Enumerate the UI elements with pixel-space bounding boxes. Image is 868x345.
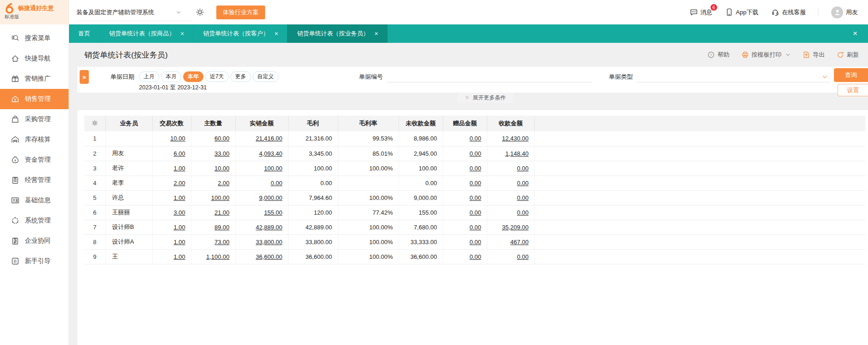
value-link[interactable]: 33,800.00 xyxy=(256,239,283,246)
value-link[interactable]: 2.00 xyxy=(218,180,229,187)
doc-no-input[interactable] xyxy=(387,71,592,82)
value-cell: 0.00 xyxy=(443,175,487,190)
value-link[interactable]: 0.00 xyxy=(469,150,481,157)
date-range-value[interactable]: 2023-01-01 至 2023-12-31 xyxy=(139,84,278,92)
value-link[interactable]: 0.00 xyxy=(517,194,528,201)
date-option-3[interactable]: 近7天 xyxy=(205,71,229,82)
sidebar-item-search-menu[interactable]: 搜索菜单 xyxy=(0,28,69,48)
refresh-button[interactable]: 刷新 xyxy=(837,51,859,59)
sidebar-item-collaboration[interactable]: 企业协同 xyxy=(0,231,69,251)
query-button[interactable]: 查询 xyxy=(834,68,868,82)
value-link[interactable]: 1.00 xyxy=(174,224,185,231)
value-link[interactable]: 1.00 xyxy=(174,239,185,246)
date-filter-group: 单据日期 上月本月本年近7天更多自定义 2023-01-01 至 2023-12… xyxy=(110,71,359,92)
topbar: 装备及固定资产辅助管理系统 体验行业方案 消息 6 App下载 xyxy=(69,0,868,24)
value-link[interactable]: 4,093.40 xyxy=(259,150,283,157)
value-link[interactable]: 73.00 xyxy=(214,239,230,246)
value-link[interactable]: 1.00 xyxy=(174,165,185,172)
tab-1[interactable]: 销货单统计表（按商品）× xyxy=(99,24,193,43)
date-option-4[interactable]: 更多 xyxy=(231,71,251,82)
value-link[interactable]: 0.00 xyxy=(469,239,481,246)
date-option-2[interactable]: 本年 xyxy=(183,71,203,82)
value-link[interactable]: 42,889.00 xyxy=(256,224,283,231)
value-link[interactable]: 1,148.40 xyxy=(505,150,529,157)
value-link[interactable]: 60.00 xyxy=(214,135,230,142)
sidebar-item-inventory[interactable]: 库存核算 xyxy=(0,129,69,150)
value-link[interactable]: 2.00 xyxy=(174,180,185,187)
value-link[interactable]: 3.00 xyxy=(174,209,185,216)
value-link[interactable]: 0.00 xyxy=(469,209,481,216)
tab-2[interactable]: 销货单统计表（按客户）× xyxy=(193,24,287,43)
messages-badge: 6 xyxy=(710,4,718,11)
tab-3[interactable]: 销货单统计表（按业务员）× xyxy=(287,24,387,43)
value-link[interactable]: 89.00 xyxy=(214,224,230,231)
value-link[interactable]: 0.00 xyxy=(271,180,282,187)
value-link[interactable]: 1.00 xyxy=(174,253,185,260)
value-link[interactable]: 0.00 xyxy=(469,180,481,187)
home-icon xyxy=(11,54,19,63)
export-button[interactable]: 导出 xyxy=(803,51,825,59)
value-link[interactable]: 1.00 xyxy=(174,194,185,201)
sidebar-item-quick-nav[interactable]: 快捷导航 xyxy=(0,48,69,69)
sidebar-item-funds[interactable]: ¥资金管理 xyxy=(0,150,69,170)
value-link[interactable]: 6.00 xyxy=(174,150,185,157)
print-by-template-button[interactable]: 按模板打印 xyxy=(741,51,791,59)
search-icon xyxy=(11,34,19,42)
expand-more-conditions-button[interactable]: 展开更多条件 xyxy=(457,93,513,103)
value-link[interactable]: 0.00 xyxy=(517,165,528,172)
sidebar-item-operations[interactable]: 经营管理 xyxy=(0,170,69,190)
online-service-button[interactable]: 在线客服 xyxy=(771,8,806,17)
tab-0[interactable]: 首页 xyxy=(69,24,99,43)
value-link[interactable]: 0.00 xyxy=(517,180,528,187)
value-link[interactable]: 21,416.00 xyxy=(256,135,283,142)
value-link[interactable]: 21.00 xyxy=(214,209,230,216)
value-link[interactable]: 467.00 xyxy=(510,239,529,246)
value-link[interactable]: 155.00 xyxy=(264,209,283,216)
sidebar-item-basic-info[interactable]: 基础信息 xyxy=(0,190,69,211)
value-link[interactable]: 100.00 xyxy=(211,194,230,201)
sidebar-item-guide[interactable]: 新新手引导 xyxy=(0,251,69,271)
value-link[interactable]: 0.00 xyxy=(469,224,481,231)
value-link[interactable]: 0.00 xyxy=(517,209,528,216)
settings-button[interactable]: 设置 xyxy=(838,84,868,96)
value-link[interactable]: 33.00 xyxy=(214,150,230,157)
table-row: 6王丽丽3.0021.00155.00120.0077.42%155.000.0… xyxy=(84,205,865,220)
sidebar-item-purchase[interactable]: 采购管理 xyxy=(0,109,69,129)
value-link[interactable]: 12,430.00 xyxy=(502,135,529,142)
trial-solution-button[interactable]: 体验行业方案 xyxy=(216,6,265,19)
table-settings-gear-icon[interactable] xyxy=(92,120,98,126)
value-link[interactable]: 0.00 xyxy=(469,165,481,172)
value-link[interactable]: 100.00 xyxy=(264,165,283,172)
tab-close-icon[interactable]: × xyxy=(374,30,378,37)
user-menu[interactable]: 用友 xyxy=(831,6,858,18)
doc-type-select[interactable] xyxy=(637,71,830,82)
chevron-down-icon[interactable] xyxy=(785,52,791,58)
value-link[interactable]: 1,100.00 xyxy=(206,253,230,260)
value-link[interactable]: 35,209.00 xyxy=(502,224,529,231)
help-button[interactable]: ? 帮助 xyxy=(707,51,729,59)
chevron-down-icon[interactable] xyxy=(822,74,828,80)
value-link[interactable]: 10.00 xyxy=(170,135,185,142)
tab-close-icon[interactable]: × xyxy=(274,30,278,37)
close-all-tabs-button[interactable]: × xyxy=(842,24,868,43)
collapse-filter-button[interactable]: » xyxy=(80,70,89,84)
value-link[interactable]: 0.00 xyxy=(517,253,528,260)
sidebar-item-system[interactable]: 系统管理 xyxy=(0,211,69,231)
date-option-1[interactable]: 本月 xyxy=(161,71,181,82)
value-link[interactable]: 9,000.00 xyxy=(259,194,283,201)
value-link[interactable]: 0.00 xyxy=(469,253,481,260)
value-link[interactable]: 10.00 xyxy=(214,165,230,172)
app-download-label: App下载 xyxy=(736,8,758,17)
sidebar-item-sales[interactable]: $销售管理 xyxy=(0,89,69,109)
gear-icon[interactable] xyxy=(196,8,204,17)
value-link[interactable]: 0.00 xyxy=(469,135,481,142)
tab-close-icon[interactable]: × xyxy=(180,30,184,37)
value-link[interactable]: 36,600.00 xyxy=(256,253,283,260)
system-select[interactable]: 装备及固定资产辅助管理系统 xyxy=(76,8,182,17)
app-download-button[interactable]: App下载 xyxy=(725,8,758,17)
sidebar-item-marketing[interactable]: 营销推广 xyxy=(0,69,69,89)
value-link[interactable]: 0.00 xyxy=(469,194,481,201)
date-option-5[interactable]: 自定义 xyxy=(253,71,278,82)
messages-button[interactable]: 消息 6 xyxy=(690,8,712,17)
date-option-0[interactable]: 上月 xyxy=(139,71,159,82)
